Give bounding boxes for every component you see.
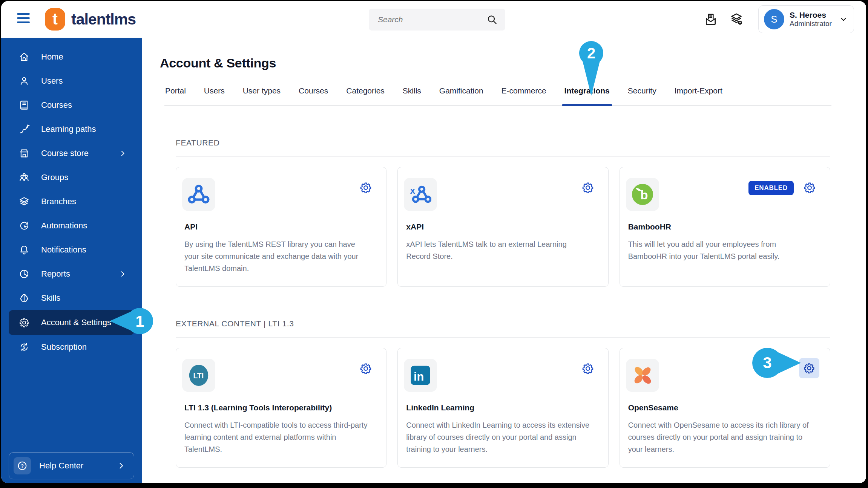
sidebar-item-reports[interactable]: Reports: [1, 262, 142, 286]
sidebar-item-label: Reports: [41, 269, 70, 279]
svg-text:in: in: [414, 370, 424, 383]
automation-icon: [18, 220, 30, 231]
tab-user-types[interactable]: User types: [242, 86, 281, 105]
card-description: Connect with LinkedIn Learning to access…: [406, 419, 593, 455]
api-settings-gear-icon[interactable]: [359, 181, 373, 194]
integration-card-linkedin-learning: in LinkedIn Learning Connect with Linked…: [397, 348, 608, 468]
card-title: API: [184, 222, 371, 231]
user-name: S. Heroes: [790, 11, 832, 20]
storefront-icon: [18, 148, 30, 159]
sidebar-item-users[interactable]: Users: [1, 69, 142, 93]
lti-settings-gear-icon[interactable]: [359, 362, 373, 375]
tab-skills[interactable]: Skills: [402, 86, 422, 105]
sidebar-item-label: Learning paths: [41, 124, 96, 134]
pie-chart-icon: [18, 268, 30, 280]
sidebar-item-label: Subscription: [41, 342, 87, 352]
sidebar-item-skills[interactable]: Skills: [1, 286, 142, 310]
integration-card-xapi: x xAPI xAPI lets TalentLMS talk to an ex…: [397, 167, 608, 287]
lti-logo: LTI: [187, 364, 210, 387]
tab-categories[interactable]: Categories: [345, 86, 385, 105]
tab-users[interactable]: Users: [203, 86, 225, 105]
x-webhook-icon: x: [409, 184, 431, 205]
gear-icon: [18, 317, 30, 328]
chevron-down-icon: [839, 14, 848, 24]
bamboohr-settings-gear-icon[interactable]: [803, 181, 816, 194]
xapi-logo-tile: x: [404, 178, 437, 211]
tab-security[interactable]: Security: [627, 86, 657, 105]
layers-icon: [18, 196, 30, 207]
help-center-button[interactable]: ? Help Center: [9, 452, 134, 479]
tab-gamification[interactable]: Gamification: [439, 86, 484, 105]
sidebar-item-label: Courses: [41, 100, 72, 110]
sidebar-item-branches[interactable]: Branches: [1, 190, 142, 214]
opensesame-logo-tile: [626, 359, 659, 392]
card-title: xAPI: [406, 222, 593, 231]
book-icon: [18, 99, 30, 111]
linkedin-settings-gear-icon[interactable]: [581, 362, 595, 375]
branch-switch-icon[interactable]: [729, 12, 744, 27]
search-input[interactable]: [378, 15, 486, 24]
talentlms-logo-icon: t: [45, 8, 65, 31]
external-content-cards: LTI LTI 1.3 (Learning Tools Interoperabi…: [176, 348, 830, 468]
opensesame-settings-gear-button[interactable]: [799, 358, 819, 378]
bamboohr-logo: b: [631, 183, 654, 206]
linkedin-logo-tile: in: [404, 359, 437, 392]
svg-text:LTI: LTI: [193, 372, 204, 380]
sidebar-item-label: Branches: [41, 197, 76, 207]
tab-portal[interactable]: Portal: [164, 86, 187, 105]
brain-icon: [18, 292, 30, 304]
sidebar-item-label: Groups: [41, 173, 68, 182]
sidebar-item-label: Course store: [41, 148, 89, 158]
question-circle-icon: ?: [17, 460, 28, 471]
page-title: Account & Settings: [160, 56, 866, 70]
main-content: Account & Settings Portal Users User typ…: [142, 38, 866, 483]
bamboohr-logo-tile: b: [626, 178, 659, 211]
tab-integrations[interactable]: Integrations: [564, 86, 610, 105]
hamburger-menu-icon[interactable]: [17, 13, 30, 24]
card-description: xAPI lets TalentLMS talk to an external …: [406, 238, 593, 262]
sidebar-item-notifications[interactable]: Notifications: [1, 238, 142, 262]
section-label-featured: FEATURED: [176, 138, 830, 147]
card-title: LTI 1.3 (Learning Tools Interoperability…: [184, 403, 371, 412]
chevron-right-icon: [117, 461, 126, 470]
sidebar-item-label: Home: [41, 52, 63, 62]
sidebar-item-label: Automations: [41, 221, 87, 231]
sidebar: Home Users Courses Learning paths Course…: [1, 38, 142, 483]
tab-import-export[interactable]: Import-Export: [674, 86, 723, 105]
featured-cards: API By using the TalentLMS REST library …: [176, 167, 830, 287]
sidebar-item-learning-paths[interactable]: Learning paths: [1, 117, 142, 141]
sidebar-item-account-settings[interactable]: Account & Settings: [9, 310, 134, 335]
svg-text:b: b: [640, 188, 648, 202]
sidebar-item-subscription[interactable]: $ Subscription: [1, 335, 142, 359]
card-title: BambooHR: [628, 222, 815, 231]
search-box[interactable]: [369, 9, 505, 31]
home-icon: [18, 51, 30, 63]
sidebar-item-home[interactable]: Home: [1, 45, 142, 69]
people-icon: [18, 172, 30, 183]
svg-text:?: ?: [21, 464, 24, 469]
avatar: S: [764, 9, 784, 29]
svg-text:x: x: [410, 186, 415, 196]
status-badge-enabled: ENABLED: [748, 181, 794, 195]
sidebar-item-label: Users: [41, 76, 63, 86]
card-description: This will let you add all your employees…: [628, 238, 815, 262]
integration-card-lti: LTI LTI 1.3 (Learning Tools Interoperabi…: [176, 348, 386, 468]
tab-courses[interactable]: Courses: [298, 86, 329, 105]
user-menu[interactable]: S S. Heroes Administrator: [758, 5, 854, 33]
inbox-message-icon[interactable]: [703, 12, 718, 27]
sidebar-item-automations[interactable]: Automations: [1, 214, 142, 238]
sidebar-item-courses[interactable]: Courses: [1, 93, 142, 117]
path-flag-icon: [18, 124, 30, 135]
help-center-label: Help Center: [39, 461, 83, 471]
bell-icon: [18, 244, 30, 255]
sidebar-item-groups[interactable]: Groups: [1, 165, 142, 190]
xapi-settings-gear-icon[interactable]: [581, 181, 595, 194]
integration-card-api: API By using the TalentLMS REST library …: [176, 167, 386, 287]
tab-ecommerce[interactable]: E-commerce: [501, 86, 547, 105]
logo-link[interactable]: t talentlms: [45, 8, 136, 31]
sidebar-item-course-store[interactable]: Course store: [1, 141, 142, 165]
opensesame-settings-gear-icon: [803, 362, 816, 375]
search-icon: [486, 14, 498, 25]
lti-logo-tile: LTI: [182, 359, 215, 392]
card-title: LinkedIn Learning: [406, 403, 593, 412]
